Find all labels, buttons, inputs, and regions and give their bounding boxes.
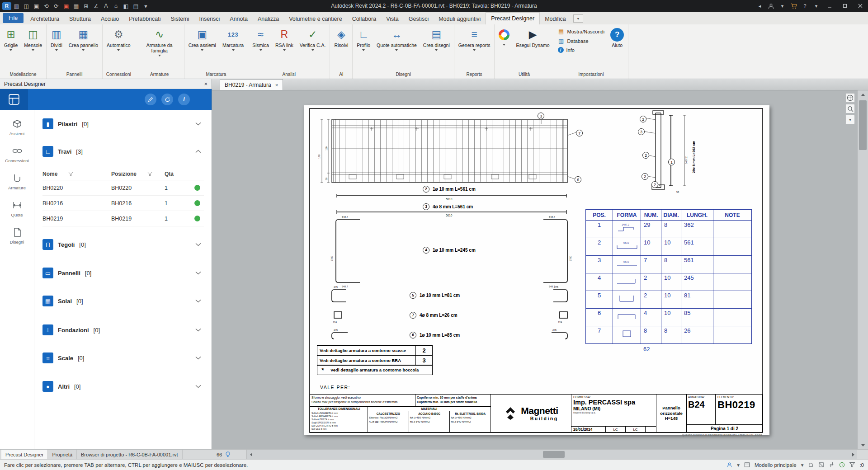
rsa-link-button[interactable]: RRSA link	[272, 26, 297, 70]
info-item[interactable]: iInfo	[558, 47, 605, 53]
chevron-up-icon[interactable]	[195, 150, 201, 153]
tab-precast-designer[interactable]: Precast Designer	[486, 12, 540, 24]
scrollbar-thumb[interactable]	[859, 100, 867, 150]
tab-annota[interactable]: Annota	[225, 13, 253, 24]
app-store-cart-icon[interactable]	[788, 0, 799, 12]
open-icon[interactable]: ▣	[32, 1, 41, 10]
armature-da-famiglia-button[interactable]: ∿Armature da famiglia	[136, 26, 183, 70]
griglie-button[interactable]: ⊞Griglie	[1, 26, 21, 70]
crea-assiemi-button[interactable]: ▣Crea assiemi	[185, 26, 219, 70]
design-option-label[interactable]: Modello principale	[755, 462, 797, 468]
dividi-button[interactable]: ▥Dividi	[47, 26, 66, 70]
genera-reports-button[interactable]: ≡Genera reports	[455, 26, 494, 70]
category-tegoli[interactable]: Π Tegoli[0]	[42, 238, 204, 251]
aligned-dimension-icon[interactable]: ⊞	[81, 1, 91, 10]
worksets-caret-icon[interactable]: ▾	[737, 462, 740, 468]
scroll-up-arrow[interactable]	[858, 90, 868, 99]
nav-assiemi[interactable]: Assiemi	[0, 115, 34, 139]
scroll-right-arrow[interactable]	[849, 450, 857, 459]
view-tab-close-icon[interactable]: ×	[275, 82, 278, 88]
crea-pannello-button[interactable]: ▦Crea pannello	[66, 26, 101, 70]
info-button[interactable]: i	[178, 94, 190, 105]
mostra-nascondi-item[interactable]: ▤Mostra/Nascondi	[558, 28, 605, 35]
g-button[interactable]	[495, 26, 513, 70]
chevron-down-icon[interactable]	[195, 243, 201, 246]
nav-quote[interactable]: Quote	[0, 197, 34, 221]
editable-only-icon[interactable]	[808, 462, 814, 468]
default-3d-view-icon[interactable]: ⌂	[111, 1, 121, 10]
dock-tab-precast-designer[interactable]: Precast Designer	[1, 450, 48, 459]
database-item[interactable]: ▥Database	[558, 38, 605, 44]
view-tab-bh0219-armatura[interactable]: BH0219 - Armatura ×	[220, 79, 283, 90]
profilo-button[interactable]: ∟Profilo	[354, 26, 373, 70]
refresh-button[interactable]	[161, 94, 173, 105]
vertical-scrollbar[interactable]	[857, 90, 868, 449]
model-caret-icon[interactable]: ▾	[801, 462, 804, 468]
horizontal-scrollbar[interactable]	[246, 450, 857, 459]
press-drag-icon[interactable]	[829, 462, 835, 468]
table-row[interactable]: BH0216 BH0216 1	[42, 196, 204, 211]
table-row[interactable]: BH0220 BH0220 1	[42, 180, 204, 196]
qat-caret-icon[interactable]: ▾	[141, 1, 151, 10]
tab-inserisci[interactable]: Inserisci	[194, 13, 225, 24]
nav-connessioni[interactable]: Connessioni	[0, 142, 34, 166]
redo-icon[interactable]: ⟳	[52, 1, 61, 10]
view-scale[interactable]: 66	[217, 452, 222, 457]
category-travi[interactable]: ∟ Travi[3]	[42, 145, 204, 158]
tab-prefabbricati[interactable]: Prefabbricati	[124, 13, 165, 24]
background-processes-icon[interactable]	[839, 462, 845, 468]
help-icon[interactable]: ?	[799, 0, 811, 12]
undo-icon[interactable]: ⟲	[42, 1, 51, 10]
zoom-icon[interactable]	[845, 104, 855, 113]
tab-analizza[interactable]: Analizza	[253, 13, 284, 24]
chevron-down-icon[interactable]	[195, 122, 201, 126]
edit-button[interactable]	[145, 94, 156, 105]
maximize-button[interactable]	[837, 0, 853, 12]
chevron-down-icon[interactable]	[195, 271, 201, 275]
angle-icon[interactable]: ∠	[91, 1, 101, 10]
tab-gestisci[interactable]: Gestisci	[404, 13, 434, 24]
category-scale[interactable]: ≡ Scale[0]	[42, 351, 204, 365]
tab-struttura[interactable]: Struttura	[64, 13, 96, 24]
tab-architettura[interactable]: Architettura	[25, 13, 64, 24]
sheet-bh0219[interactable]: 148 110 36 5610 5610 548.7 548.7 548.7 5…	[304, 105, 769, 435]
table-row[interactable]: BH0219 BH0219 1	[42, 211, 204, 226]
tab-collabora[interactable]: Collabora	[347, 13, 382, 24]
save-icon[interactable]: ◫	[22, 1, 31, 10]
sismica-button[interactable]: ≈Sismica	[249, 26, 272, 70]
category-altri[interactable]: ● Altri[0]	[42, 380, 204, 393]
scroll-left-arrow[interactable]	[247, 450, 255, 459]
filter-icon[interactable]	[68, 172, 73, 176]
visual-style-icon[interactable]	[225, 451, 231, 458]
print-icon[interactable]: ▣	[61, 1, 71, 10]
menu-icon[interactable]: ▥	[12, 1, 21, 10]
worksharing-icon[interactable]	[726, 462, 732, 468]
tab-acciaio[interactable]: Acciaio	[96, 13, 124, 24]
minimize-button[interactable]	[822, 0, 837, 12]
tab-vista[interactable]: Vista	[381, 13, 404, 24]
help-caret-icon[interactable]: ▾	[811, 0, 822, 12]
steering-wheel-icon[interactable]	[845, 93, 855, 103]
category-solai[interactable]: ▦ Solai[0]	[42, 294, 204, 308]
tab-volumetrie[interactable]: Volumetrie e cantiere	[284, 13, 347, 24]
measure-icon[interactable]: ▦	[71, 1, 81, 10]
crea-disegni-button[interactable]: ▤Crea disegni	[420, 26, 453, 70]
esegui-dynamo-button[interactable]: ▶Esegui Dynamo	[513, 26, 552, 70]
chevron-down-icon[interactable]	[195, 299, 201, 303]
account-caret-icon[interactable]: ▾	[777, 0, 788, 12]
filter-icon[interactable]	[147, 172, 152, 176]
nav-disegni[interactable]: Disegni	[0, 224, 34, 248]
exclude-options-icon[interactable]	[818, 462, 824, 468]
section-icon[interactable]: ◧	[121, 1, 131, 10]
scroll-down-arrow[interactable]	[858, 441, 868, 449]
revit-logo-icon[interactable]: R	[2, 2, 11, 10]
marcatura-button[interactable]: 123Marcatura	[219, 26, 247, 70]
panel-close-icon[interactable]: ×	[204, 80, 208, 87]
chevron-down-icon[interactable]	[195, 356, 201, 360]
quote-automatiche-button[interactable]: ↔Quote automatiche	[373, 26, 420, 70]
chevron-down-icon[interactable]	[195, 385, 201, 388]
tab-modifica[interactable]: Modifica	[540, 13, 571, 24]
category-pannelli[interactable]: ▭ Pannelli[0]	[42, 266, 204, 280]
mensole-button[interactable]: ◫Mensole	[21, 26, 45, 70]
chevron-down-icon[interactable]	[195, 328, 201, 332]
